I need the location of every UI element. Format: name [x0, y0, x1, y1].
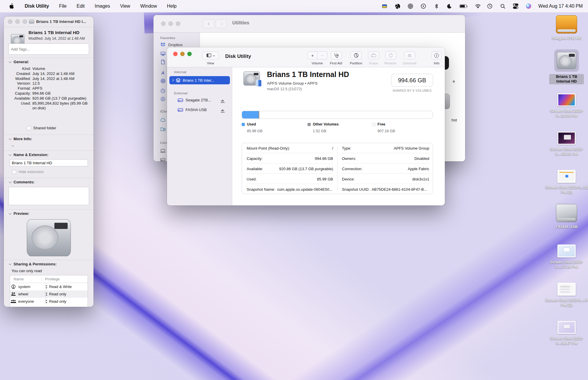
sidebar-item-recents[interactable] — [160, 88, 166, 93]
restore-button[interactable] — [385, 51, 396, 59]
shared-folder-checkbox[interactable]: Shared folder — [27, 126, 56, 130]
add-volume-button[interactable]: + — [308, 51, 318, 59]
section-more-info[interactable]: More Info: — [9, 137, 32, 141]
close-button[interactable] — [8, 19, 12, 24]
chevron-down-icon — [9, 137, 12, 140]
menu-images[interactable]: Images — [95, 4, 110, 9]
section-preview[interactable]: Preview: — [9, 211, 29, 216]
section-sharing-permissions[interactable]: Sharing & Permissions: — [9, 262, 57, 266]
wifi-icon[interactable] — [474, 3, 480, 9]
menu-help[interactable]: Help — [167, 4, 177, 9]
sidebar-volume-fasha[interactable]: FASHA USB — [178, 108, 207, 112]
minimize-button[interactable] — [168, 21, 173, 26]
focus-moon-icon[interactable] — [446, 3, 452, 9]
close-button[interactable] — [173, 52, 178, 56]
forward-button[interactable] — [216, 19, 227, 28]
minimize-button[interactable] — [15, 19, 20, 24]
hotspot-rings-icon[interactable] — [407, 3, 414, 9]
desktop-icon-screenshot-2[interactable]: Screen Shot 2022-0....53.01 PM — [544, 132, 588, 156]
menu-window[interactable]: Window — [140, 4, 157, 9]
erase-button[interactable] — [368, 51, 379, 59]
permission-row-wheel[interactable]: wheel Read only — [10, 290, 88, 298]
desktop-icon-screenshot-1[interactable]: Screen Shot 2022-0...29.08 PM — [544, 93, 588, 118]
close-button[interactable] — [161, 21, 166, 26]
sidebar-item-external-disk[interactable] — [160, 157, 166, 161]
zoom-button[interactable] — [23, 19, 27, 24]
selection-backdrop — [554, 49, 579, 72]
play-circle-icon[interactable] — [420, 3, 427, 9]
battery-icon[interactable] — [459, 3, 467, 9]
finder-toolbar: Utilities ••• M — [153, 15, 465, 33]
stethoscope-icon — [334, 53, 339, 58]
sidebar-item-laptop[interactable] — [160, 148, 166, 153]
comments-textarea[interactable] — [9, 187, 89, 205]
info-button[interactable]: i — [432, 51, 442, 59]
finder-window-title: Utilities — [232, 20, 249, 26]
sidebar-item-documents[interactable] — [160, 60, 166, 64]
screenshot-thumbnail — [557, 245, 576, 257]
desktop-icon-screenshot-6[interactable]: Screen Shot 2022-0...38.47 PM — [544, 321, 588, 346]
bluetooth-icon[interactable] — [433, 3, 440, 9]
more-info-value: -- — [11, 143, 14, 148]
zoom-button[interactable] — [176, 21, 180, 26]
disclosure-chevron-icon[interactable] — [171, 79, 174, 81]
spotlight-icon[interactable] — [500, 3, 506, 9]
time-machine-icon[interactable] — [487, 3, 493, 9]
minimize-button[interactable] — [180, 52, 185, 56]
section-comments[interactable]: Comments: — [9, 180, 35, 184]
checkbox-icon — [27, 126, 31, 130]
remove-volume-button[interactable]: − — [317, 51, 327, 59]
permission-row-system[interactable]: system Read & Write — [10, 283, 88, 290]
clipped-label-fragment: e — [453, 79, 455, 83]
legend-free: Free — [372, 122, 385, 126]
desktop-icon-screenshot-4[interactable]: Screen Shot 2022-0....27.26 PM — [544, 245, 588, 269]
sidebar-item-airdrop[interactable] — [160, 78, 166, 83]
unmount-button[interactable] — [404, 51, 415, 59]
sidebar-item-desktop[interactable] — [160, 51, 166, 56]
sidebar-item-shared-folder[interactable] — [160, 127, 166, 131]
sidebar-item-dropbox[interactable]: Dropbox — [160, 42, 183, 47]
sidebar-volume-seagate[interactable]: Seagate 2TB... — [178, 98, 211, 102]
view-button[interactable] — [202, 51, 219, 59]
eject-seagate-button[interactable] — [221, 99, 225, 104]
apple-menu-icon[interactable] — [8, 3, 15, 9]
cloud-icon — [160, 117, 166, 122]
control-center-icon[interactable] — [512, 3, 519, 9]
zoom-button[interactable] — [187, 52, 192, 56]
partition-button[interactable] — [350, 51, 362, 59]
desktop-icon-fasha-usb[interactable]: FASHA USB — [544, 204, 588, 229]
add-tags-input[interactable] — [9, 43, 89, 55]
hide-extension-checkbox[interactable]: Hide extension — [12, 170, 44, 174]
external-drive-icon — [178, 108, 183, 112]
siri-icon[interactable] — [525, 3, 532, 9]
desktop-icon-screenshot-3[interactable]: Screen Shot 2022-0...01 PM (2) — [544, 170, 588, 195]
menu-clock[interactable]: Wed Aug 17 4:40 PM — [538, 4, 583, 9]
menu-edit[interactable]: Edit — [76, 4, 85, 9]
sidebar-item-label: Dropbox — [168, 43, 183, 47]
first-aid-button[interactable] — [331, 51, 342, 59]
menu-view[interactable]: View — [120, 4, 130, 9]
legend-used-swatch — [242, 123, 245, 126]
disk-mini-icon — [29, 20, 34, 24]
sidebar-item-icloud-drive[interactable] — [160, 117, 166, 122]
permission-row-everyone[interactable]: everyone Read only — [10, 298, 88, 305]
desktop-icon-brians-hd[interactable]: Brians 1 TB Internal HD — [544, 49, 588, 84]
desktop-icon-screenshot-5[interactable]: Screen Shot 2022-0...47 PM (2) — [544, 283, 588, 307]
filename-input[interactable] — [10, 159, 88, 166]
backup-fan-icon[interactable] — [394, 3, 401, 9]
sidebar-item-applications[interactable]: A — [160, 70, 166, 75]
sidebar-volume-brians[interactable]: Brians 1 TB Inter... — [169, 76, 230, 84]
section-general[interactable]: General: — [9, 60, 29, 64]
eject-fasha-button[interactable] — [221, 108, 225, 114]
section-name-extension[interactable]: Name & Extension: — [9, 153, 48, 157]
sidebar-item-downloads[interactable] — [160, 97, 166, 101]
back-button[interactable] — [203, 19, 215, 28]
display-language-flag-icon[interactable] — [381, 3, 388, 9]
desktop-icon-seagate[interactable]: Seagate 2TB HD — [544, 15, 588, 41]
dropbox-icon — [160, 42, 166, 47]
menu-file[interactable]: File — [59, 4, 67, 9]
desktop-icon-label: Brians 1 TB Internal HD — [549, 74, 584, 84]
menu-app-name[interactable]: Disk Utility — [25, 4, 49, 9]
size-badge: 994.66 GB — [391, 74, 433, 87]
volume-os: macOS 12.5 (21G72) — [267, 87, 302, 91]
